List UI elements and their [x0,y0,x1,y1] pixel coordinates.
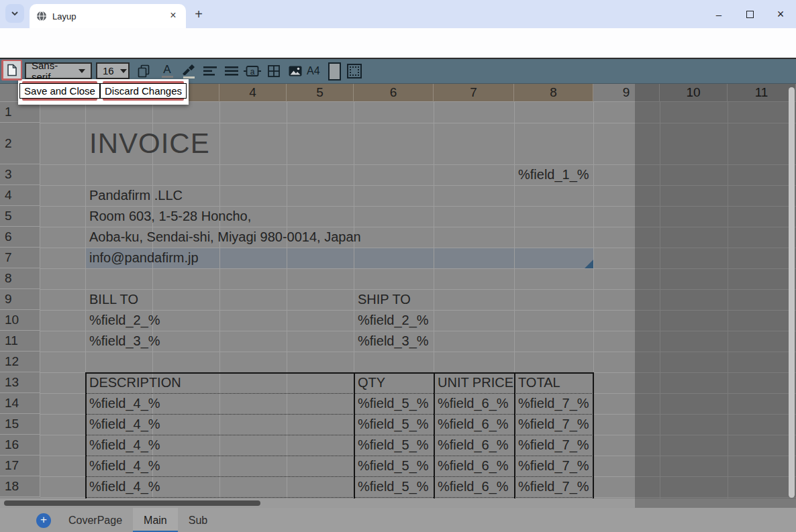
cell-text[interactable]: %field_6_% [438,456,509,476]
table-border [434,372,435,498]
cell-text[interactable]: INVOICE [89,123,210,164]
column-header[interactable]: 7 [434,84,514,102]
cell-text[interactable]: %field_5_% [358,476,429,497]
row-header[interactable]: 9 [0,289,40,310]
cell-text[interactable]: info@pandafirm.jp [89,248,199,268]
tab-close-icon[interactable]: × [167,10,179,22]
vertical-scrollbar-thumb[interactable] [789,87,795,498]
cell-text[interactable]: %field_6_% [438,435,509,456]
row-header[interactable]: 6 [0,227,40,248]
table-border [593,372,594,498]
cell-text[interactable]: TOTAL [518,372,560,393]
table-dotted-border [85,476,593,477]
text-box-icon[interactable]: a [244,62,261,80]
cell-text[interactable]: %field_7_% [518,435,589,456]
window-controls: – × [703,0,796,28]
row-header[interactable]: 2 [0,123,40,164]
cell-text[interactable]: %field_4_% [89,456,160,476]
sheet-tab-main[interactable]: Main [133,508,178,532]
sheet-tab-sub[interactable]: Sub [178,508,218,532]
cell-text[interactable]: %field_5_% [358,414,429,435]
row-header[interactable]: 4 [0,185,40,206]
sheet-tab-bar: + CoverPage Main Sub [0,508,796,532]
cell-text[interactable]: %field_7_% [518,393,589,414]
column-header[interactable]: 6 [354,84,434,102]
column-header[interactable]: 4 [219,84,287,102]
row-header[interactable]: 17 [0,456,40,476]
save-and-close-button[interactable]: Save and Close [19,83,100,99]
browser-tab[interactable]: Layup × [30,4,186,28]
cell-text[interactable]: SHIP TO [358,289,411,310]
column-header[interactable]: 5 [287,84,354,102]
cell-text[interactable]: Pandafirm .LLC [89,185,183,206]
row-header[interactable]: 11 [0,331,40,352]
column-header[interactable]: 8 [514,84,593,102]
chevron-down-icon [10,9,19,18]
horizontal-scrollbar-thumb[interactable] [4,500,260,506]
cell-text[interactable]: Aoba-ku, Sendai-shi, Miyagi 980-0014, Ja… [89,227,361,248]
cell-text[interactable]: %field_7_% [518,414,589,435]
cell-text[interactable]: BILL TO [89,289,138,310]
row-header[interactable]: 10 [0,310,40,331]
font-size-select[interactable]: 16 [96,62,130,79]
tab-search-button[interactable] [5,4,24,23]
row-header[interactable]: 18 [0,476,40,497]
row-header[interactable]: 14 [0,393,40,414]
font-family-select[interactable]: Sans-serif [25,62,92,79]
cell-text[interactable]: %field_6_% [438,393,509,414]
minimize-button[interactable]: – [703,9,734,20]
out-of-page-overlay [635,84,796,508]
paint-format-icon[interactable] [180,62,197,80]
cell-text[interactable]: DESCRIPTION [89,372,181,393]
align-icon[interactable] [201,62,219,80]
row-header[interactable]: 15 [0,414,40,435]
cell-text[interactable]: %field_5_% [358,435,429,456]
grid-borders-icon[interactable] [265,62,283,80]
row-header[interactable]: 13 [0,372,40,393]
page-orientation-icon[interactable] [328,62,341,81]
file-menu-button[interactable] [3,61,21,78]
insert-image-icon[interactable] [287,62,304,80]
cell-text[interactable]: %field_5_% [358,393,429,414]
cell-text[interactable]: %field_4_% [89,414,160,435]
cell-text[interactable]: %field_6_% [438,476,509,497]
page-size-label[interactable]: A4 [307,65,320,77]
cell-text[interactable]: %field_5_% [358,456,429,476]
text-color-icon[interactable]: A [158,62,176,80]
cell-text[interactable]: %field_7_% [518,456,589,476]
cell-text[interactable]: %field_1_% [518,164,589,185]
add-sheet-button[interactable]: + [36,513,51,528]
cell-text[interactable]: %field_4_% [89,435,160,456]
row-header[interactable]: 8 [0,268,40,289]
horizontal-lines-icon[interactable] [223,62,240,80]
cell-text[interactable]: %field_3_% [358,331,429,352]
sheet-tab-coverpage[interactable]: CoverPage [58,508,133,532]
maximize-button[interactable] [734,9,765,20]
row-header[interactable]: 1 [0,102,40,123]
annotation-box-save: Save and Close [22,81,97,101]
cell-text[interactable]: %field_7_% [518,476,589,497]
new-tab-button[interactable]: + [190,6,207,23]
row-header[interactable]: 7 [0,248,40,268]
row-header[interactable]: 16 [0,435,40,456]
cell-text[interactable]: %field_2_% [358,310,429,331]
table-border [354,372,355,498]
page-margins-icon[interactable] [347,64,362,78]
row-header[interactable]: 5 [0,206,40,227]
row-header[interactable]: 12 [0,352,40,372]
copy-icon[interactable] [135,62,152,80]
row-header[interactable]: 3 [0,164,40,185]
svg-text:a: a [250,67,255,76]
selection-fill-handle[interactable] [585,260,593,268]
cell-text[interactable]: QTY [358,372,385,393]
file-icon [7,64,17,76]
cell-text[interactable]: %field_4_% [89,476,160,497]
cell-text[interactable]: %field_2_% [89,310,160,331]
cell-text[interactable]: %field_3_% [89,331,160,352]
discard-changes-button[interactable]: Discard Changes [100,83,187,99]
window-close-button[interactable]: × [765,7,796,21]
cell-text[interactable]: %field_6_% [438,414,509,435]
cell-text[interactable]: UNIT PRICE [438,372,513,393]
cell-text[interactable]: Room 603, 1-5-28 Honcho, [89,206,251,227]
cell-text[interactable]: %field_4_% [89,393,160,414]
